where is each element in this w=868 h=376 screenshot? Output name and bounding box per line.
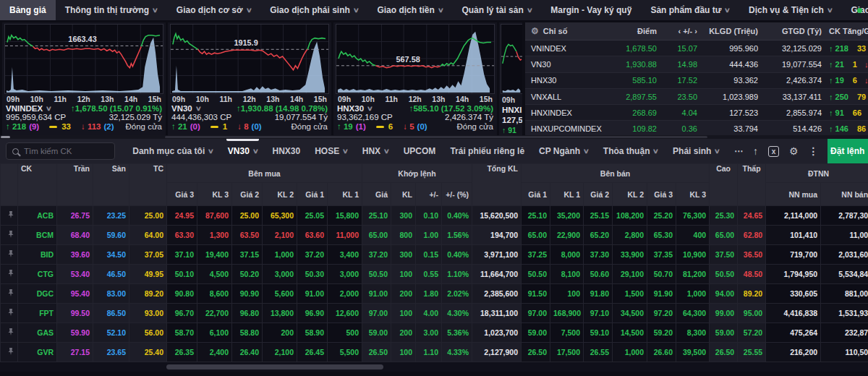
scrollbar-nub[interactable] <box>1 136 10 138</box>
stock-row[interactable]: CTG53.4046.5049.9550.104,50050.203,00050… <box>1 265 868 284</box>
index-klgd: 93.362 <box>697 76 758 85</box>
stock-row[interactable]: BCM68.4059.6064.0063.301,30063.502,10063… <box>1 226 868 245</box>
board-tab[interactable]: HNX30 <box>265 139 307 163</box>
price-cell: 50.30 <box>297 265 328 284</box>
price-cell: 76,300 <box>676 206 710 226</box>
advancers-count: ↑ 21 <box>171 122 187 131</box>
search-input[interactable] <box>24 147 109 155</box>
nav-item[interactable]: Margin - Vay ký quỹ <box>541 0 641 20</box>
col-header-change[interactable]: ‹ +/- › <box>657 27 697 35</box>
pin-icon[interactable] <box>1 245 18 265</box>
board-tab[interactable]: Trái phiếu riêng lẻ <box>443 139 532 163</box>
board-tab[interactable]: CP Ngành ∨ <box>532 139 596 163</box>
kebab-menu-icon[interactable]: ⋮ <box>809 145 819 157</box>
advance-decline-row: ↑ 21 (0) 1 ↓ 8 (0) Đóng cửa <box>170 121 329 131</box>
floor-price: 59.60 <box>93 226 129 245</box>
board-tab[interactable]: Danh mục của tôi ∨ <box>125 139 221 163</box>
index-table-row[interactable]: VNXALL 2,897.55 23.50 1,023.989 33,137.4… <box>525 89 868 105</box>
price-cell: 881,00 <box>821 284 868 304</box>
price-cell: 91.50 <box>522 284 550 304</box>
stock-row[interactable]: BID39.6034.5037.0537.1019,40037.151,0003… <box>1 245 868 265</box>
pin-icon[interactable] <box>1 265 18 284</box>
board-tab[interactable]: UPCOM <box>396 139 443 163</box>
price-cell: 3.00 <box>416 323 442 343</box>
sub-column-header: KL 2 <box>263 183 297 206</box>
scrollbar-thumb[interactable] <box>166 364 383 369</box>
price-line-green-close <box>441 38 491 67</box>
nav-item[interactable]: Giao dịch tiền ∨ <box>367 0 452 20</box>
index-table-row[interactable]: HNX30 585.10 17.52 93.362 2,426.374 ↑ 19… <box>525 73 868 89</box>
pin-icon[interactable] <box>1 304 18 323</box>
excel-export-icon[interactable]: x <box>768 146 779 157</box>
nav-item[interactable]: Giao dịch cơ sở ∨ <box>167 0 260 20</box>
nav-item[interactable]: Giao dịch phái sinh ∨ <box>260 0 367 20</box>
stock-row[interactable]: ACB26.7523.2525.0024.9587,60025.0065,300… <box>1 206 868 226</box>
stock-symbol: ACB <box>18 206 57 226</box>
stock-row[interactable]: GVR27.1523.6525.4026.352,40026.402,10026… <box>1 343 868 362</box>
index-name-dropdown[interactable]: VN30 ∨ <box>171 104 200 113</box>
scrollbar-thumb[interactable] <box>165 136 707 138</box>
price-cell: 2,031,60 <box>821 245 868 265</box>
nav-item[interactable]: Quản lý tài sản ∨ <box>452 0 541 20</box>
floor-count: (2) <box>104 122 114 131</box>
index-table-row[interactable]: VN30 1,930.88 14.98 444.436 19,077.554 ↑… <box>525 56 868 72</box>
index-table-row[interactable]: VNINDEX 1,678.50 15.07 995.960 32,125.02… <box>525 40 868 56</box>
pin-icon[interactable] <box>1 284 18 304</box>
price-cell: 2,385,600 <box>472 284 522 304</box>
search-box[interactable] <box>6 142 115 160</box>
index-name-dropdown[interactable]: HNX30 ∨ <box>337 104 373 113</box>
index-gtgd: 514.426 <box>758 124 822 133</box>
stock-row[interactable]: DGC95.4083.0089.2090.808,60090.905,60091… <box>1 284 868 304</box>
nav-item[interactable]: Bảng giá <box>0 0 56 20</box>
price-cell: 11,664,700 <box>472 265 522 284</box>
price-cell: 65.00 <box>522 226 550 245</box>
index-change: 15.07 <box>657 44 697 53</box>
stock-row[interactable]: GAS59.9052.1056.0058.706,10058.8020058.9… <box>1 323 868 343</box>
index-table-row[interactable]: HNXINDEX 268.69 4.04 127.523 2,855.974 ↑… <box>525 105 868 121</box>
price-cell: 0.10 <box>416 206 442 226</box>
board-tab[interactable]: VN30 ∨ <box>221 139 265 163</box>
nav-item[interactable]: Sản phẩm đầu tư ∨ <box>641 0 739 20</box>
price-cell: 65.00 <box>710 226 738 245</box>
place-order-button[interactable]: Đặt lệnh <box>827 139 868 163</box>
index-table-row[interactable]: HNXUPCOMINDEX 109.82 0.36 33.794 514.426… <box>525 121 868 135</box>
arrow-up-icon[interactable]: ↑ <box>753 145 758 157</box>
price-cell: 63.30 <box>167 226 197 245</box>
chevron-down-icon: ∨ <box>252 148 259 155</box>
board-tab[interactable]: HOSE ∨ <box>307 139 355 163</box>
time-axis-label: 14h <box>456 95 469 103</box>
nav-item[interactable]: Thông tin thị trường ∨ <box>56 0 167 20</box>
sub-column-header: KL 3 <box>197 183 232 206</box>
index-name-dropdown[interactable]: VNINDEX ∨ <box>6 104 51 113</box>
board-tab-label: UPCOM <box>404 146 436 156</box>
board-tab[interactable]: ⋯ <box>727 139 750 163</box>
pin-icon[interactable] <box>1 206 18 226</box>
nav-item-label: Giao dịch cơ sở <box>176 5 243 15</box>
nav-item[interactable]: Dịch vụ & Tiện ích ∨ <box>739 0 841 20</box>
price-cell: 216,200 <box>766 343 821 362</box>
pin-icon[interactable] <box>1 226 18 245</box>
index-value: 32,125.029 Tỷ <box>109 113 162 121</box>
col-header-low: Thấp <box>738 164 766 206</box>
time-axis-label: 13h <box>432 95 445 103</box>
reference-value-label: 1915.9 <box>234 38 258 47</box>
index-gtgd: 32,125.029 <box>758 44 822 53</box>
reference-value-label: 567.58 <box>396 55 420 64</box>
price-cell: 65.30 <box>647 226 676 245</box>
price-cell: 26.60 <box>647 343 676 362</box>
advance-decline-row: ↑ 19 (1) 6 ↓ 5 (0) Đóng cửa <box>336 121 495 131</box>
stock-row[interactable]: FPT99.5086.5093.0096.7022,70096.8013,800… <box>1 304 868 323</box>
gear-icon[interactable]: ⚙ <box>531 26 539 36</box>
nav-item[interactable]: Giao diện của tôi <box>841 0 868 20</box>
board-scrollbar[interactable] <box>0 362 868 372</box>
board-tab[interactable]: HNX ∨ <box>355 139 396 163</box>
gear-icon[interactable]: ⚙ <box>789 145 799 157</box>
price-cell: 50.60 <box>584 265 613 284</box>
session-status: Đóng cửa <box>456 122 493 131</box>
group-header-sell: Bên bán <box>522 164 710 183</box>
board-tab[interactable]: Thỏa thuận ∨ <box>596 139 665 163</box>
flat-dash-icon <box>49 126 57 128</box>
pin-icon[interactable] <box>1 323 18 343</box>
pin-icon[interactable] <box>1 343 18 362</box>
board-tab[interactable]: Phái sinh ∨ <box>665 139 727 163</box>
